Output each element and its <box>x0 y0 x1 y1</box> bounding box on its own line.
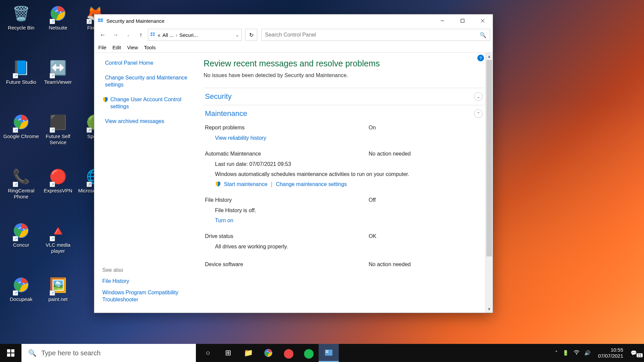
taskbar: 🔍 Type here to search ○ ⊞ 📁 ⬤ ⬤ ˄ 🔋 🔊 10… <box>0 344 644 362</box>
action-center-icon[interactable]: 💬21 <box>631 350 641 356</box>
tray-overflow-icon[interactable]: ˄ <box>555 350 558 356</box>
menu-edit[interactable]: Edit <box>112 45 121 50</box>
refresh-button[interactable]: ↻ <box>245 29 257 41</box>
spotify-icon[interactable]: ⬤ <box>299 344 319 362</box>
desktop-icon-vlc-media-player[interactable]: 🔺↗VLC media player <box>40 221 76 260</box>
nav-forward-button[interactable]: → <box>110 29 121 41</box>
shortcut-arrow-icon: ↗ <box>50 73 55 78</box>
sidebar-item-label: Change User Account Control settings <box>110 96 190 110</box>
desktop-icon-docupeak[interactable]: ↗Docupeak <box>3 275 40 314</box>
see-also-file-history[interactable]: File History <box>102 278 190 285</box>
volume-icon[interactable]: 🔊 <box>584 350 591 356</box>
chevron-right-icon[interactable]: › <box>176 32 177 38</box>
battery-icon[interactable]: 🔋 <box>562 350 569 356</box>
file-explorer-icon[interactable]: 📁 <box>238 344 258 362</box>
desktop-icon-concur[interactable]: ↗Concur <box>3 221 40 260</box>
security-section-header[interactable]: Security ⌄ <box>204 88 484 105</box>
chevron-up-icon[interactable]: ⌃ <box>474 109 483 118</box>
control-panel-taskbar-icon[interactable] <box>319 344 339 362</box>
desktop-icon-expressvpn[interactable]: 🔴↗ExpressVPN <box>40 166 76 206</box>
search-input[interactable] <box>265 32 480 38</box>
scroll-thumb[interactable] <box>486 60 492 256</box>
app-icon: 🔺↗ <box>48 221 68 241</box>
sidebar-change-uac-settings[interactable]: Change User Account Control settings <box>102 96 190 110</box>
sidebar-view-archived[interactable]: View archived messages <box>102 118 190 125</box>
desktop-icon-google-chrome[interactable]: ↗Google Chrome <box>3 112 40 152</box>
sidebar: Control Panel Home Change Security and M… <box>94 53 195 313</box>
auto-maintenance-status: No action needed <box>369 151 483 157</box>
app-icon: ↗ <box>11 112 31 132</box>
desktop-icon-recycle-bin[interactable]: 🗑️Recycle Bin <box>3 3 40 43</box>
app-icon: ↔️↗ <box>48 58 68 78</box>
sidebar-control-panel-home[interactable]: Control Panel Home <box>102 59 190 67</box>
report-problems-label: Report problems <box>205 125 245 131</box>
breadcrumb-root[interactable]: « <box>158 32 160 38</box>
file-history-status: Off <box>369 197 483 203</box>
file-history-turn-on-link[interactable]: Turn on <box>215 218 233 223</box>
chevron-down-icon[interactable]: ⌄ <box>474 92 483 101</box>
chevron-down-icon[interactable]: ⌄ <box>235 32 239 38</box>
taskbar-clock[interactable]: 10:55 07/07/2021 <box>595 347 626 359</box>
wifi-icon[interactable] <box>574 350 580 356</box>
desktop-icon-ringcentral-phone[interactable]: 📞↗RingCentral Phone <box>3 166 40 206</box>
maintenance-section-header[interactable]: Maintenance ⌃ <box>204 105 484 122</box>
desktop-icon-paint.net[interactable]: 🖼️↗paint.net <box>40 275 76 314</box>
sidebar-change-security-settings[interactable]: Change Security and Maintenance settings <box>102 74 190 88</box>
start-maintenance-link[interactable]: Start maintenance <box>224 181 267 187</box>
scroll-down-button[interactable]: ▼ <box>486 305 493 313</box>
start-button[interactable] <box>0 344 21 362</box>
scrollbar[interactable]: ▲ ▼ <box>485 53 493 313</box>
chrome-icon[interactable] <box>258 344 278 362</box>
view-reliability-history-link[interactable]: View reliability history <box>215 135 266 141</box>
nav-up-button[interactable]: ↑ <box>135 29 147 41</box>
app-icon: 📘↗ <box>11 58 31 78</box>
app-icon: 🔴↗ <box>48 166 68 186</box>
address-bar[interactable]: « All ... › Securi... ⌄ <box>148 29 242 41</box>
scroll-track[interactable] <box>486 60 493 305</box>
maintenance-section-title: Maintenance <box>205 109 247 118</box>
minimize-button[interactable] <box>432 14 452 27</box>
desktop-icon-label: Netsuite <box>49 25 67 31</box>
breadcrumb-parent[interactable]: All ... <box>162 32 173 38</box>
uac-shield-icon <box>102 97 108 103</box>
search-icon[interactable]: 🔍 <box>480 32 486 38</box>
desktop-icon-future-self-service[interactable]: ⬛↗Future Self Service <box>40 112 76 152</box>
breadcrumb-current[interactable]: Securi... <box>179 32 198 38</box>
system-tray: ˄ 🔋 🔊 10:55 07/07/2021 💬21 <box>555 344 644 362</box>
search-box[interactable]: 🔍 <box>261 29 490 41</box>
cortana-icon[interactable]: ○ <box>198 344 218 362</box>
desktop-icon-teamviewer[interactable]: ↔️↗TeamViewer <box>40 58 76 97</box>
svg-rect-24 <box>7 349 10 353</box>
desktop-icon-label: Future Studio <box>6 79 36 85</box>
clock-date: 07/07/2021 <box>598 353 623 359</box>
svg-rect-14 <box>98 20 100 22</box>
svg-rect-25 <box>11 349 14 353</box>
page-subtext: No issues have been detected by Security… <box>204 72 484 78</box>
taskbar-search[interactable]: 🔍 Type here to search <box>21 344 196 362</box>
svg-rect-22 <box>151 35 152 36</box>
nav-back-button[interactable]: ← <box>97 29 108 41</box>
shortcut-arrow-icon: ↗ <box>50 182 55 187</box>
content-area: ? ⌃ Control Panel Home Change Security a… <box>94 53 493 313</box>
page-heading: Review recent messages and resolve probl… <box>204 59 484 68</box>
scroll-up-button[interactable]: ▲ <box>486 53 493 60</box>
menu-tools[interactable]: Tools <box>144 45 156 50</box>
nav-recent-dropdown[interactable]: ⌄ <box>122 29 134 41</box>
menu-file[interactable]: File <box>98 45 106 50</box>
close-button[interactable] <box>473 14 493 27</box>
maximize-button[interactable] <box>452 14 473 27</box>
desktop-icon-label: Recycle Bin <box>8 25 34 31</box>
app-icon: 🖼️↗ <box>48 275 68 295</box>
menu-view[interactable]: View <box>127 45 138 50</box>
see-also-compat-troubleshooter[interactable]: Windows Program Compatibility Troublesho… <box>102 289 190 303</box>
titlebar[interactable]: Security and Maintenance <box>94 14 493 27</box>
desktop-icon-netsuite[interactable]: ↗Netsuite <box>40 3 76 43</box>
desktop-icon-label: ExpressVPN <box>44 188 72 194</box>
desktop-icon-future-studio[interactable]: 📘↗Future Studio <box>3 58 40 97</box>
svg-rect-33 <box>326 352 328 353</box>
expressvpn-icon[interactable]: ⬤ <box>278 344 299 362</box>
change-maintenance-settings-link[interactable]: Change maintenance settings <box>276 181 347 187</box>
taskbar-pinned-apps: ○ ⊞ 📁 ⬤ ⬤ <box>198 344 339 362</box>
task-view-icon[interactable]: ⊞ <box>218 344 238 362</box>
device-software-status: No action needed <box>369 261 483 267</box>
